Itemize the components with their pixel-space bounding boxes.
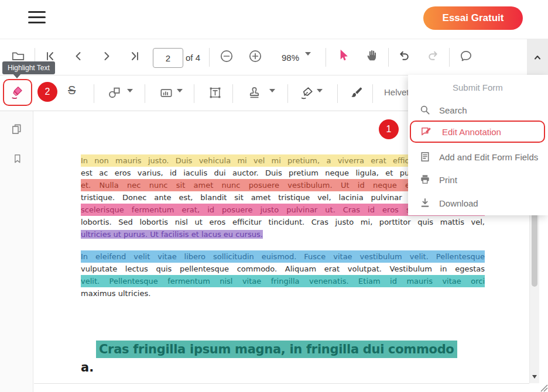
brush-icon[interactable] [348, 85, 364, 101]
select-tool-icon[interactable] [335, 48, 351, 63]
menu-item-print[interactable]: Print [408, 169, 548, 191]
doc-line: In eleifend velit vitae libero sollicitu… [81, 250, 485, 263]
divider [145, 84, 145, 103]
last-page-icon[interactable] [128, 49, 142, 63]
image-icon[interactable] [159, 85, 174, 101]
search-icon [419, 104, 431, 116]
menu-item-add-edit-form-fields[interactable]: Add and Edit Form Fields [408, 146, 548, 168]
left-sidebar [0, 111, 33, 392]
doc-line: maximus ultricies. [81, 287, 485, 300]
doc-line: vulputate lectus quis pellentesque commo… [81, 263, 485, 275]
zoom-level-value: 98% [282, 53, 299, 63]
page-total-label: of 4 [186, 53, 200, 63]
divider [449, 48, 450, 67]
stamp-icon[interactable] [246, 85, 262, 101]
hand-tool-icon[interactable] [365, 48, 380, 63]
edit-annotation-icon [420, 126, 432, 137]
zoom-out-icon[interactable] [219, 49, 234, 64]
step-badge-1: 1 [379, 119, 399, 139]
previous-page-icon[interactable] [71, 49, 85, 63]
signature-pen-icon[interactable] [299, 85, 315, 101]
zoom-dropdown-caret-icon[interactable] [305, 56, 311, 64]
comment-icon[interactable] [458, 49, 474, 64]
highlighter-icon [9, 84, 26, 101]
menu-item-edit-annotation[interactable]: Edit Annotation [410, 121, 545, 143]
shapes-dropdown-caret-icon[interactable] [127, 92, 133, 101]
collapse-toolbar-button[interactable] [527, 39, 548, 75]
page-number-input[interactable] [153, 48, 183, 68]
pdf-editor-window: Essai Gratuit of 4 98% [0, 0, 548, 392]
redo-icon[interactable] [426, 49, 440, 64]
doc-line: ultricies ut purus. Ut facilisis et lacu… [81, 228, 485, 240]
more-options-menu: Submit Form Search Edit Annotation Add a… [408, 75, 548, 215]
menu-item-submit-form[interactable]: Submit Form [408, 76, 548, 98]
shapes-icon[interactable] [107, 85, 122, 101]
page-thumbnails-icon[interactable] [10, 122, 23, 136]
chevron-up-icon [530, 50, 544, 64]
divider [337, 84, 338, 103]
image-dropdown-caret-icon[interactable] [177, 92, 183, 101]
doc-heading: Cras fringilla ipsum magna, in fringilla… [96, 341, 457, 358]
print-icon [419, 174, 431, 185]
menu-item-download[interactable]: Download [408, 192, 548, 214]
header: Essai Gratuit [0, 0, 548, 39]
divider [194, 84, 194, 103]
strikethrough-icon[interactable]: S [68, 84, 76, 97]
divider [94, 84, 94, 103]
hamburger-menu-icon[interactable] [28, 11, 46, 26]
download-icon [419, 197, 431, 209]
main-toolbar: of 4 98% [0, 39, 548, 75]
next-page-icon[interactable] [100, 49, 114, 63]
step-badge-2: 2 [37, 82, 57, 102]
zoom-in-icon[interactable] [248, 49, 263, 64]
tooltip-arrow [13, 74, 21, 78]
text-box-icon[interactable] [207, 85, 223, 101]
divider [232, 84, 233, 103]
font-family-value[interactable]: Helvet [384, 87, 409, 97]
highlight-text-button[interactable] [3, 79, 32, 106]
undo-icon[interactable] [397, 49, 412, 64]
pen-dropdown-caret-icon[interactable] [317, 92, 323, 101]
doc-line: velit. Pellentesque fermentum nisl vitae… [81, 275, 485, 287]
divider [209, 48, 210, 67]
bookmarks-icon[interactable] [12, 152, 23, 165]
page-bottom-edge [34, 383, 529, 384]
divider [372, 84, 373, 103]
free-trial-button[interactable]: Essai Gratuit [423, 6, 523, 30]
scrollbar-down-arrow-icon[interactable] [532, 375, 537, 379]
form-fields-icon [419, 151, 431, 163]
menu-item-search[interactable]: Search [408, 99, 548, 121]
tooltip: Highlight Text [2, 61, 55, 74]
doc-heading-wrap: a. [81, 360, 94, 374]
window-resize-handle[interactable] [539, 384, 548, 392]
divider [287, 84, 288, 103]
doc-line: lobortis. Sed lobortis nisl ut eros effi… [81, 216, 485, 228]
paragraph: In eleifend velit vitae libero sollicitu… [81, 250, 485, 300]
divider [388, 48, 389, 67]
divider [326, 48, 326, 67]
stamp-dropdown-caret-icon[interactable] [269, 92, 275, 101]
